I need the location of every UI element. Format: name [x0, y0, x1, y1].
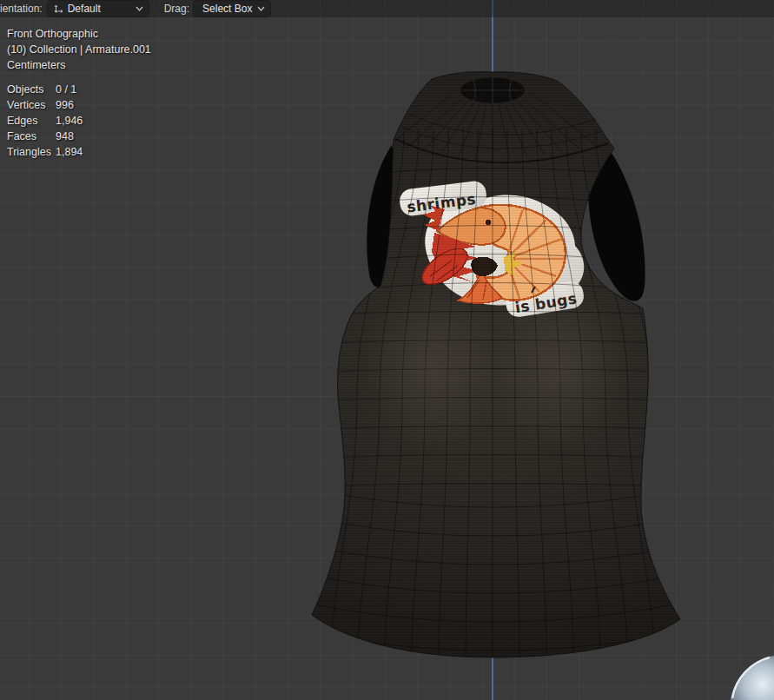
orientation-value: Default: [64, 3, 134, 15]
statistics-overlay: Objects 0 / 1 Vertices 996 Edges 1,946 F…: [7, 82, 83, 160]
drag-value: Select Box: [199, 3, 255, 15]
stat-row-objects: Objects 0 / 1: [7, 82, 83, 97]
chevron-down-icon: [257, 6, 265, 11]
transform-orientation-dropdown[interactable]: Default: [48, 1, 149, 17]
orientation-label: ientation:: [0, 3, 43, 15]
collection-label: (10) Collection | Armature.001: [7, 42, 151, 57]
chevron-down-icon: [136, 6, 143, 11]
tool-settings-bar: ientation: Default Drag: Select Box: [0, 0, 774, 17]
viewport-3d-scene[interactable]: shrimps is bugs: [0, 0, 774, 700]
select-tool-dropdown[interactable]: Select Box: [194, 1, 270, 17]
stat-row-faces: Faces 948: [7, 129, 83, 144]
stat-row-triangles: Triangles 1,894: [7, 144, 83, 160]
stat-row-edges: Edges 1,946: [7, 113, 83, 129]
units-label: Centimeters: [7, 57, 151, 73]
blender-3d-viewport: shrimps is bugs ientation:: [0, 0, 774, 700]
stat-row-vertices: Vertices 996: [7, 97, 83, 113]
transform-orientation-icon: [53, 3, 64, 15]
drag-label: Drag:: [164, 3, 189, 15]
view-name-label: Front Orthographic: [7, 26, 151, 42]
viewport-info: Front Orthographic (10) Collection | Arm…: [7, 26, 151, 73]
